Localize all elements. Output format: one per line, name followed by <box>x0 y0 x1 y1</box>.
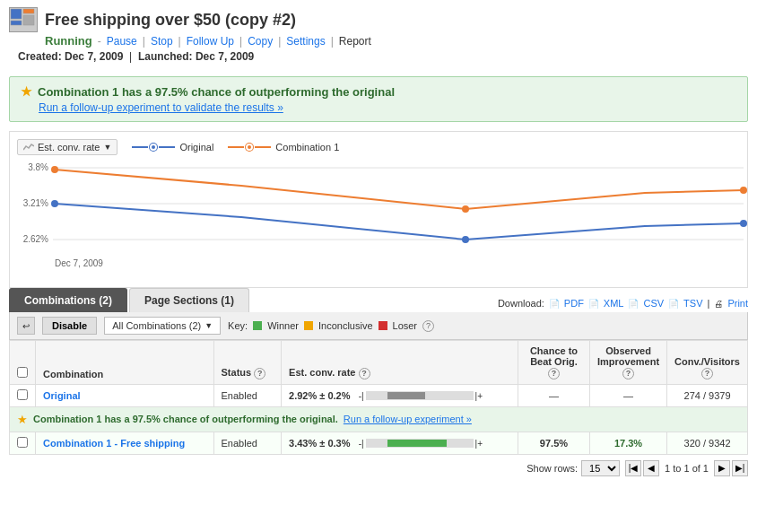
undo-button[interactable]: ↩ <box>17 317 35 335</box>
key-section: Key: Winner Inconclusive Loser ? <box>228 320 434 332</box>
notification-text: Combination 1 has a 97.5% chance of outp… <box>38 85 395 99</box>
print-icon: 🖨 <box>714 299 723 309</box>
download-csv[interactable]: CSV <box>643 298 664 309</box>
tabs-group: Combinations (2) Page Sections (1) <box>9 288 251 312</box>
select-all-checkbox[interactable] <box>17 367 28 378</box>
tab-combinations[interactable]: Combinations (2) <box>9 288 127 312</box>
svg-text:2.62%: 2.62% <box>23 234 48 244</box>
next-page-button[interactable]: ▶ <box>714 460 730 476</box>
original-checkbox[interactable] <box>17 389 28 400</box>
checkbox-header <box>10 341 36 385</box>
key-help-icon[interactable]: ? <box>422 320 434 332</box>
combinations-table: Combination Status ? Est. conv. rate ? C… <box>9 340 748 455</box>
notification-link[interactable]: Run a follow-up experiment to validate t… <box>39 101 736 114</box>
tab-page-sections[interactable]: Page Sections (1) <box>129 288 249 312</box>
status-label: Running <box>45 34 92 48</box>
page-navigation: |◀ ◀ 1 to 1 of 1 ▶ ▶| <box>625 460 748 476</box>
improvement-help-icon[interactable]: ? <box>622 368 634 379</box>
download-xml[interactable]: XML <box>604 298 624 309</box>
pause-link[interactable]: Pause <box>107 35 137 48</box>
status-help-icon[interactable]: ? <box>254 368 265 379</box>
svg-point-11 <box>51 200 58 207</box>
original-rate: 2.92% ± 0.2% <box>289 390 350 401</box>
inline-notif-link[interactable]: Run a follow-up experiment » <box>344 414 472 424</box>
download-tsv[interactable]: TSV <box>683 298 702 309</box>
original-status-cell: Enabled <box>213 384 282 406</box>
table-row: Original Enabled 2.92% ± 0.2% -| |+ — <box>10 384 748 406</box>
tabs-download-wrapper: Combinations (2) Page Sections (1) Downl… <box>9 288 748 312</box>
line-chart: 3.8% 3.21% 2.62% Dec 7, 2009 <box>17 159 753 275</box>
combo1-chance: 97.5% <box>540 438 568 449</box>
download-print[interactable]: Print <box>727 298 748 309</box>
original-link[interactable]: Original <box>43 390 81 401</box>
status-row: Running - Pause | Stop | Follow Up | Cop… <box>9 34 748 48</box>
conv-help-icon[interactable]: ? <box>701 368 713 379</box>
legend-original: Original <box>132 142 213 153</box>
svg-rect-0 <box>11 9 22 19</box>
star-icon: ★ <box>21 84 32 99</box>
combination-header: Combination <box>36 341 214 385</box>
combo1-conv-cell: 320 / 9342 <box>667 432 748 454</box>
inconclusive-color <box>304 321 313 330</box>
download-pdf[interactable]: PDF <box>564 298 584 309</box>
all-combinations-dropdown[interactable]: All Combinations (2) ▼ <box>104 317 221 335</box>
disable-button[interactable]: Disable <box>42 317 97 335</box>
legend-combo1-label: Combination 1 <box>275 142 339 153</box>
pagination-row: Show rows: 15 25 50 |◀ ◀ 1 to 1 of 1 ▶ ▶… <box>9 460 748 476</box>
pdf-icon: 📄 <box>549 299 560 309</box>
chance-header: Chance toBeat Orig. ? <box>518 341 589 385</box>
combo1-status: Enabled <box>222 438 257 449</box>
svg-point-15 <box>462 205 469 213</box>
svg-point-13 <box>740 220 747 227</box>
original-chance: — <box>549 390 559 401</box>
last-page-button[interactable]: ▶| <box>732 460 748 476</box>
loser-color <box>378 321 387 330</box>
launched-date: Dec 7, 2009 <box>196 50 254 63</box>
original-conv: 274 / 9379 <box>684 390 731 401</box>
combos-dropdown-arrow: ▼ <box>204 321 213 330</box>
combo1-link[interactable]: Combination 1 - Free shipping <box>43 438 185 449</box>
tsv-icon: 📄 <box>668 299 679 309</box>
original-status: Enabled <box>222 390 257 401</box>
page-header: Free shipping over $50 (copy #2) Running… <box>0 0 757 69</box>
loser-label: Loser <box>393 320 418 331</box>
download-section: Download: 📄 PDF 📄 XML 📄 CSV 📄 TSV | 🖨 Pr… <box>498 298 748 312</box>
copy-link[interactable]: Copy <box>248 35 273 48</box>
settings-link[interactable]: Settings <box>286 35 325 48</box>
svg-text:3.8%: 3.8% <box>28 162 48 172</box>
prev-page-button[interactable]: ◀ <box>643 460 659 476</box>
created-date: Dec 7, 2009 <box>65 50 123 63</box>
original-improvement: — <box>623 390 633 401</box>
original-name-cell: Original <box>36 384 214 406</box>
legend-combo1: Combination 1 <box>228 142 339 153</box>
combo1-status-cell: Enabled <box>213 432 282 454</box>
combo1-chance-cell: 97.5% <box>518 432 589 454</box>
chart-metric-dropdown[interactable]: Est. conv. rate ▼ <box>17 139 117 155</box>
csv-icon: 📄 <box>628 299 639 309</box>
first-page-button[interactable]: |◀ <box>625 460 641 476</box>
est-rate-header: Est. conv. rate ? <box>282 341 518 385</box>
svg-point-16 <box>740 187 747 194</box>
rate-help-icon[interactable]: ? <box>359 368 370 379</box>
legend-original-label: Original <box>179 142 213 153</box>
original-chance-cell: — <box>518 384 589 406</box>
followup-link[interactable]: Follow Up <box>187 35 234 48</box>
chart-area: Est. conv. rate ▼ Original Combination 1 <box>9 131 748 288</box>
original-improvement-cell: — <box>589 384 666 406</box>
svg-rect-2 <box>11 21 22 25</box>
combo1-rate: 3.43% ± 0.3% <box>289 438 350 449</box>
stop-link[interactable]: Stop <box>151 35 173 48</box>
dropdown-arrow: ▼ <box>104 143 112 152</box>
inconclusive-label: Inconclusive <box>318 320 373 331</box>
combo1-checkbox[interactable] <box>17 437 28 448</box>
svg-text:3.21%: 3.21% <box>23 198 48 208</box>
chance-help-icon[interactable]: ? <box>548 368 560 379</box>
svg-text:Dec 7, 2009: Dec 7, 2009 <box>55 258 103 268</box>
notif-star-icon: ★ <box>17 413 28 426</box>
combo1-name-cell: Combination 1 - Free shipping <box>36 432 214 454</box>
rows-per-page-select[interactable]: 15 25 50 <box>581 460 620 476</box>
experiment-icon <box>9 7 38 32</box>
table-row: Combination 1 - Free shipping Enabled 3.… <box>10 432 748 454</box>
combo1-conv: 320 / 9342 <box>684 438 731 449</box>
combo1-improvement: 17.3% <box>614 438 642 449</box>
